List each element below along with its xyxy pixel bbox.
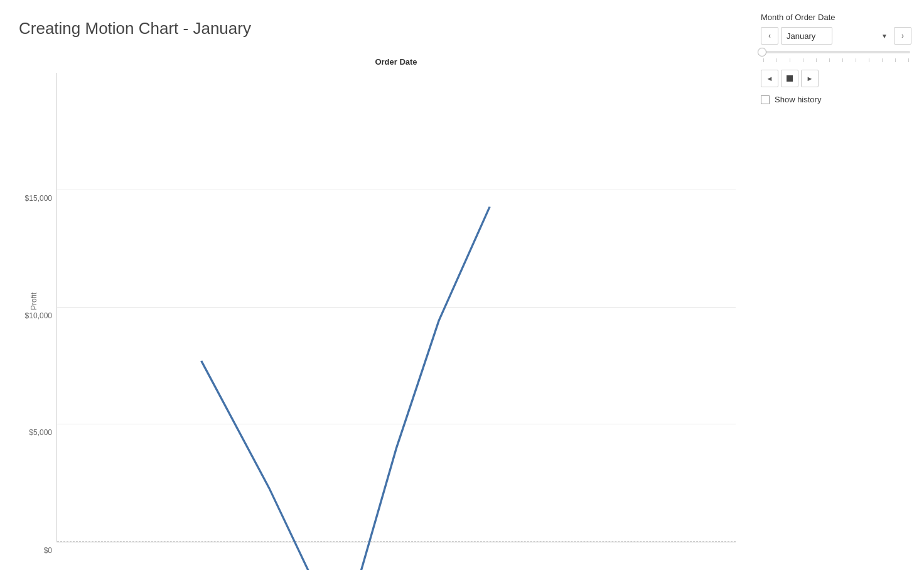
chart-line-2 [354,207,490,570]
slider-tick [816,58,817,62]
slider-tick [776,58,777,62]
chart-inner: Order Date $15,000 $10,000 $5,000 [56,57,736,546]
slider-tick [908,58,909,62]
chart-wrapper: Profit Order Date $15,000 $10,000 [19,57,736,546]
y-axis-label: Profit [30,293,38,310]
month-section-title: Month of Order Date [761,13,911,22]
slider-tick [856,58,856,62]
playback-stop-button[interactable] [781,70,798,87]
playback-controls: ◄ ► [761,70,911,87]
line-chart-svg [57,73,736,542]
month-selector: ‹ January February March April May June … [761,27,911,45]
show-history-label: Show history [775,95,821,104]
stop-icon [787,75,793,82]
slider-tick [803,58,803,62]
chart-line-1 [201,361,320,570]
slider-track[interactable] [762,51,910,53]
x-axis-title: Order Date [56,57,736,67]
slider-container [761,51,911,62]
y-tick-5000: $5,000 [29,428,52,437]
month-dropdown-wrapper: January February March April May June Ju… [781,27,891,45]
playback-next-button[interactable]: ► [801,70,819,87]
show-history-row: Show history [761,95,911,104]
slider-tick [882,58,883,62]
y-tick-10000: $10,000 [25,311,52,320]
slider-thumb[interactable] [758,48,766,56]
page-container: Creating Motion Chart - January Profit O… [0,0,924,570]
right-panel: Month of Order Date ‹ January February M… [748,0,924,570]
slider-tick [869,58,869,62]
dropdown-arrow-icon: ▼ [881,33,888,40]
y-tick-15000: $15,000 [25,194,52,203]
playback-prev-button[interactable]: ◄ [761,70,778,87]
slider-tick [763,58,764,62]
slider-tick [842,58,843,62]
month-prev-button[interactable]: ‹ [761,27,778,45]
chart-title: Creating Motion Chart - January [19,19,736,38]
slider-tick [790,58,790,62]
show-history-checkbox[interactable] [761,95,770,104]
slider-tick [895,58,896,62]
slider-tick [829,58,830,62]
chart-area: Creating Motion Chart - January Profit O… [0,0,748,570]
month-dropdown[interactable]: January February March April May June Ju… [781,27,832,45]
chart-plot: $15,000 $10,000 $5,000 $0 [56,73,736,542]
month-next-button[interactable]: › [894,27,911,45]
slider-ticks [762,58,910,62]
y-tick-0: $0 [44,546,52,555]
